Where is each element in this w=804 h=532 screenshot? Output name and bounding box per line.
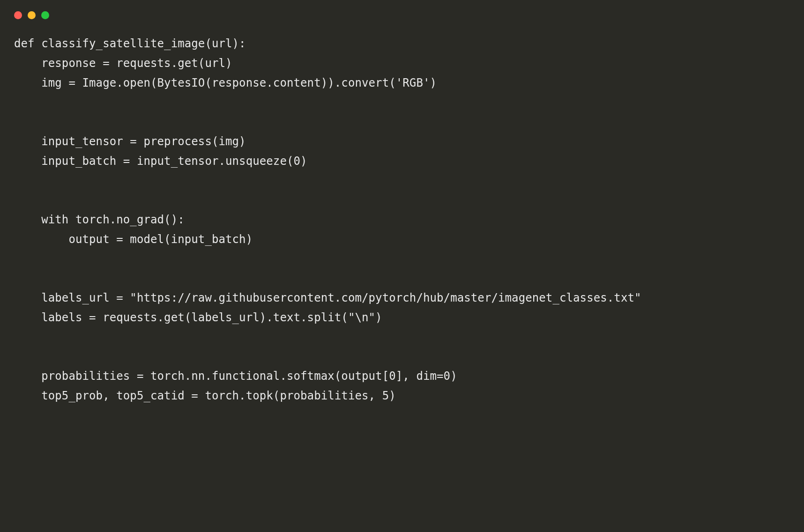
window-traffic-lights <box>0 0 804 19</box>
code-line: def classify_satellite_image(url): <box>14 37 246 50</box>
code-line: response = requests.get(url) <box>14 57 232 70</box>
code-line: labels = requests.get(labels_url).text.s… <box>14 311 382 324</box>
code-line: input_batch = input_tensor.unsqueeze(0) <box>14 155 307 168</box>
code-line: top5_prob, top5_catid = torch.topk(proba… <box>14 389 396 402</box>
close-window-button[interactable] <box>14 11 22 19</box>
code-line: probabilities = torch.nn.functional.soft… <box>14 369 457 383</box>
code-editor-content[interactable]: def classify_satellite_image(url): respo… <box>0 19 804 406</box>
minimize-window-button[interactable] <box>28 11 36 19</box>
code-line: input_tensor = preprocess(img) <box>14 135 246 148</box>
maximize-window-button[interactable] <box>41 11 49 19</box>
code-line: output = model(input_batch) <box>14 233 253 246</box>
code-line: with torch.no_grad(): <box>14 213 185 226</box>
code-line: labels_url = "https://raw.githubusercont… <box>14 291 641 304</box>
code-line: img = Image.open(BytesIO(response.conten… <box>14 76 437 89</box>
